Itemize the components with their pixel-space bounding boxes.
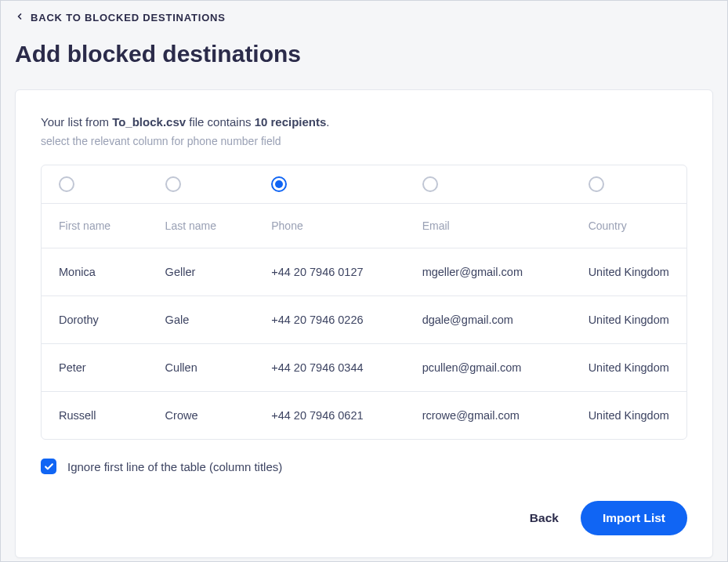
cell-firstname: Peter	[42, 361, 148, 374]
column-radio-firstname[interactable]	[59, 176, 74, 192]
cell-phone: +44 20 7946 0127	[254, 266, 404, 278]
ignore-first-line-label: Ignore first line of the table (column t…	[67, 460, 282, 473]
column-mapping-table: First name Last name Phone Email Country…	[41, 165, 687, 440]
column-header: Email	[405, 219, 571, 232]
file-info-line: Your list from To_block.csv file contain…	[41, 115, 687, 129]
chevron-left-icon	[15, 12, 24, 24]
cell-lastname: Gale	[148, 314, 255, 326]
back-button[interactable]: Back	[530, 511, 559, 525]
page-title: Add blocked destinations	[1, 34, 727, 89]
action-buttons: Back Import List	[41, 501, 687, 535]
cell-phone: +44 20 7946 0226	[254, 314, 404, 326]
cell-email: pcullen@gmail.com	[405, 361, 571, 374]
cell-lastname: Geller	[148, 266, 255, 278]
column-header: Phone	[254, 219, 404, 232]
column-header: Last name	[148, 219, 255, 232]
cell-country: United Kingdom	[571, 409, 686, 422]
radio-row	[42, 165, 686, 204]
column-header: Country	[571, 219, 686, 232]
cell-country: United Kingdom	[571, 266, 686, 278]
cell-lastname: Crowe	[148, 409, 255, 422]
table-row: Peter Cullen +44 20 7946 0344 pcullen@gm…	[42, 344, 686, 392]
column-radio-email[interactable]	[422, 176, 438, 192]
table-row: Monica Geller +44 20 7946 0127 mgeller@g…	[42, 248, 686, 296]
column-radio-phone[interactable]	[271, 176, 287, 192]
select-column-hint: select the relevant column for phone num…	[41, 135, 687, 147]
column-header: First name	[42, 219, 148, 232]
cell-phone: +44 20 7946 0621	[254, 409, 404, 422]
import-card: Your list from To_block.csv file contain…	[15, 89, 713, 558]
filename: To_block.csv	[112, 115, 186, 129]
cell-email: dgale@gmail.com	[405, 314, 571, 326]
table-row: Russell Crowe +44 20 7946 0621 rcrowe@gm…	[42, 392, 686, 439]
cell-country: United Kingdom	[571, 314, 686, 326]
column-radio-country[interactable]	[589, 176, 604, 192]
table-row: Dorothy Gale +44 20 7946 0226 dgale@gmai…	[42, 296, 686, 344]
cell-email: mgeller@gmail.com	[405, 266, 571, 278]
cell-email: rcrowe@gmail.com	[405, 409, 571, 422]
table-header-row: First name Last name Phone Email Country	[42, 204, 686, 248]
import-list-button[interactable]: Import List	[581, 501, 687, 535]
back-link-text: BACK TO BLOCKED DESTINATIONS	[31, 12, 226, 24]
cell-country: United Kingdom	[571, 361, 686, 374]
cell-firstname: Monica	[42, 266, 148, 278]
back-to-blocked-link[interactable]: BACK TO BLOCKED DESTINATIONS	[1, 1, 727, 34]
cell-phone: +44 20 7946 0344	[254, 361, 404, 374]
check-icon	[44, 462, 54, 472]
ignore-first-line-row: Ignore first line of the table (column t…	[41, 459, 687, 474]
column-radio-lastname[interactable]	[165, 176, 181, 192]
ignore-first-line-checkbox[interactable]	[41, 459, 56, 474]
cell-firstname: Russell	[42, 409, 148, 422]
cell-firstname: Dorothy	[42, 314, 148, 326]
cell-lastname: Cullen	[148, 361, 255, 374]
recipient-count: 10 recipients	[255, 115, 327, 129]
